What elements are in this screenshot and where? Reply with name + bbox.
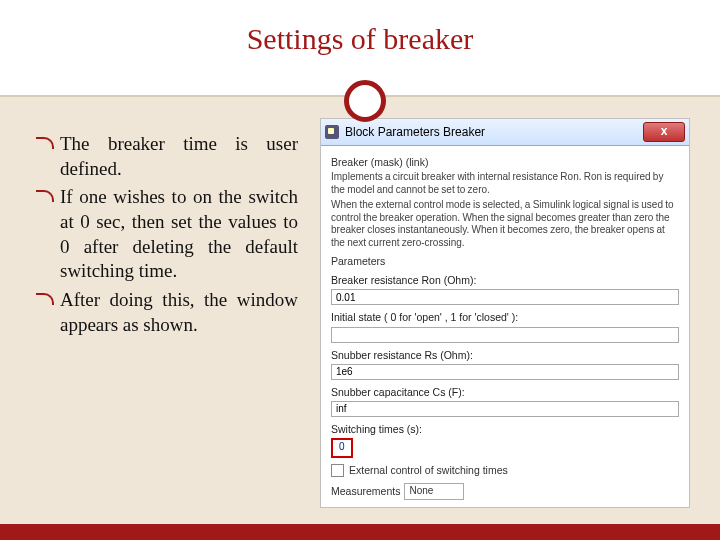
footer-bar [0, 524, 720, 540]
rs-label: Snubber resistance Rs (Ohm): [331, 349, 679, 362]
external-control-label: External control of switching times [349, 464, 508, 477]
cs-label: Snubber capacitance Cs (F): [331, 386, 679, 399]
initial-state-label: Initial state ( 0 for 'open' , 1 for 'cl… [331, 311, 679, 324]
measurements-label: Measurements [331, 485, 400, 498]
list-item: If one wishes to on the switch at 0 sec,… [36, 185, 298, 284]
measurements-row: Measurements None [331, 483, 679, 500]
dialog-body: Breaker (mask) (link) Implements a circu… [321, 146, 689, 508]
slide: Settings of breaker The breaker time is … [0, 0, 720, 540]
close-button[interactable]: x [643, 122, 685, 142]
page-title: Settings of breaker [0, 0, 720, 56]
bullet-text: If one wishes to on the switch at 0 sec,… [60, 186, 298, 281]
bullet-icon [36, 137, 54, 149]
dialog-window: Block Parameters Breaker x Breaker (mask… [320, 118, 690, 508]
switching-input[interactable]: 0 [331, 438, 353, 458]
ring-decoration [344, 80, 386, 122]
list-item: The breaker time is user defined. [36, 132, 298, 181]
cs-input[interactable] [331, 401, 679, 417]
ron-label: Breaker resistance Ron (Ohm): [331, 274, 679, 287]
switching-label: Switching times (s): [331, 423, 679, 436]
rs-input[interactable] [331, 364, 679, 380]
bullet-icon [36, 293, 54, 305]
bullet-list: The breaker time is user defined. If one… [36, 132, 298, 342]
list-item: After doing this, the window appears as … [36, 288, 298, 337]
external-control-row[interactable]: External control of switching times [331, 464, 679, 477]
bullet-text: The breaker time is user defined. [60, 133, 298, 179]
dialog-title: Block Parameters Breaker [345, 125, 643, 139]
parameters-header: Parameters [331, 255, 679, 268]
switching-input-wrapper: 0 [331, 436, 679, 458]
measurements-select[interactable]: None [404, 483, 464, 500]
initial-state-input[interactable] [331, 327, 679, 343]
bullet-icon [36, 190, 54, 202]
dialog-description: When the external control mode is select… [331, 199, 679, 249]
dialog-description: Implements a circuit breaker with intern… [331, 171, 679, 196]
bullet-text: After doing this, the window appears as … [60, 289, 298, 335]
checkbox-icon[interactable] [331, 464, 344, 477]
app-icon [325, 125, 339, 139]
dialog-heading: Breaker (mask) (link) [331, 156, 679, 169]
dialog-titlebar: Block Parameters Breaker x [321, 119, 689, 146]
ron-input[interactable] [331, 289, 679, 305]
